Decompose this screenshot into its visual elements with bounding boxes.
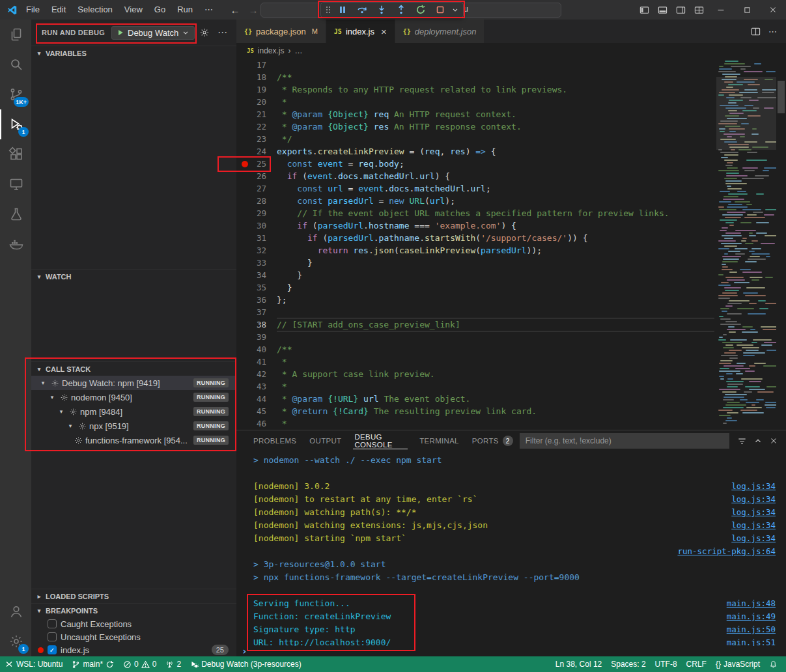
menu-selection[interactable]: Selection bbox=[72, 0, 118, 20]
close-button[interactable] bbox=[760, 0, 786, 20]
line-gutter[interactable]: 42 bbox=[236, 368, 277, 380]
code-line[interactable]: 42 * A support case link preview. bbox=[236, 368, 714, 380]
code-line[interactable]: 17 bbox=[236, 59, 714, 71]
code-line[interactable]: 28 const parsedUrl = new URL(url); bbox=[236, 195, 714, 207]
source-link[interactable]: main.js:50 bbox=[727, 623, 776, 636]
layout-sidebar-right-icon[interactable] bbox=[671, 0, 690, 20]
code-line[interactable]: 36}; bbox=[236, 294, 714, 306]
code-line[interactable]: 34 } bbox=[236, 269, 714, 281]
debug-pause-button[interactable] bbox=[333, 3, 352, 18]
panel-tab-ports[interactable]: PORTS2 bbox=[466, 430, 520, 451]
breakpoints-section-header[interactable]: ▾ BREAKPOINTS bbox=[31, 603, 236, 617]
line-gutter[interactable]: 25 bbox=[236, 158, 277, 170]
activity-search-icon[interactable] bbox=[0, 49, 31, 79]
line-gutter[interactable]: 32 bbox=[236, 244, 277, 257]
breakpoint-checkbox[interactable] bbox=[48, 632, 57, 641]
line-gutter[interactable]: 31 bbox=[236, 232, 277, 244]
layout-panel-icon[interactable] bbox=[653, 0, 671, 20]
code-line[interactable]: 37 bbox=[236, 306, 714, 318]
code-line[interactable]: 31 if (parsedUrl.pathname.startsWith('/s… bbox=[236, 232, 714, 244]
menu-go[interactable]: Go bbox=[148, 0, 171, 20]
maximize-button[interactable] bbox=[734, 0, 760, 20]
layout-custom-icon[interactable] bbox=[690, 0, 708, 20]
line-gutter[interactable]: 23 bbox=[236, 133, 277, 145]
call-stack-session[interactable]: functions-framework [954...RUNNING bbox=[31, 433, 236, 447]
code-line[interactable]: 26 if (event.docs.matchedUrl.url) { bbox=[236, 170, 714, 182]
line-gutter[interactable]: 20 bbox=[236, 96, 277, 108]
code-line[interactable]: 25 const event = req.body; bbox=[236, 158, 714, 170]
line-gutter[interactable]: 26 bbox=[236, 170, 277, 182]
code-line[interactable]: 21 * @param {Object} req An HTTP request… bbox=[236, 108, 714, 120]
status-forwarded-ports[interactable]: 2 bbox=[161, 656, 186, 672]
source-link[interactable]: log.js:34 bbox=[731, 493, 776, 506]
chevron-down-icon[interactable]: ▾ bbox=[38, 380, 48, 386]
status-problems[interactable]: 00 bbox=[119, 656, 161, 672]
nav-forward-button[interactable]: → bbox=[246, 5, 260, 16]
menu-run[interactable]: Run bbox=[171, 0, 199, 20]
breakpoint-checkbox[interactable] bbox=[48, 619, 57, 628]
console-input[interactable]: › bbox=[236, 646, 786, 656]
source-link[interactable]: run-script-pkg.js:64 bbox=[677, 545, 776, 558]
start-debugging-icon[interactable] bbox=[117, 29, 124, 36]
panel-tab-debug-console[interactable]: DEBUG CONSOLE bbox=[348, 430, 413, 451]
menu-file[interactable]: File bbox=[20, 0, 46, 20]
line-gutter[interactable]: 24 bbox=[236, 145, 277, 158]
debug-restart-button[interactable] bbox=[411, 3, 430, 18]
code-line[interactable]: 33 } bbox=[236, 257, 714, 269]
line-gutter[interactable]: 36 bbox=[236, 294, 277, 306]
call-stack-section-header[interactable]: ▾ CALL STACK bbox=[31, 361, 236, 376]
call-stack-session[interactable]: ▾npm [9484]RUNNING bbox=[31, 404, 236, 419]
line-gutter[interactable]: 40 bbox=[236, 343, 277, 356]
activity-settings-icon[interactable]: 1 bbox=[0, 626, 31, 656]
line-gutter[interactable]: 46 bbox=[236, 417, 277, 430]
code-editor[interactable]: 1718/**19 * Responds to any HTTP request… bbox=[236, 59, 714, 430]
status-remote-indicator[interactable]: WSL: Ubuntu bbox=[0, 656, 67, 672]
activity-explorer-icon[interactable] bbox=[0, 20, 31, 49]
breakpoint-item[interactable]: Uncaught Exceptions bbox=[31, 630, 236, 643]
minimize-button[interactable] bbox=[708, 0, 734, 20]
code-line[interactable]: 32 return res.json(caseLinkPreview(parse… bbox=[236, 244, 714, 257]
menu-edit[interactable]: Edit bbox=[46, 0, 72, 20]
scrollbar-thumb[interactable] bbox=[778, 81, 785, 113]
line-gutter[interactable]: 35 bbox=[236, 281, 277, 294]
chevron-down-icon[interactable]: ▾ bbox=[47, 394, 57, 400]
chevron-down-icon[interactable]: ▾ bbox=[56, 408, 66, 415]
breadcrumb[interactable]: JS index.js › … bbox=[236, 43, 786, 59]
nav-back-button[interactable]: ← bbox=[228, 5, 242, 16]
line-gutter[interactable]: 18 bbox=[236, 71, 277, 83]
line-gutter[interactable]: 33 bbox=[236, 257, 277, 269]
console-filter-input[interactable] bbox=[520, 433, 729, 449]
code-line[interactable]: 39 bbox=[236, 331, 714, 343]
debug-stop-button[interactable] bbox=[430, 3, 450, 18]
status-encoding[interactable]: UTF-8 bbox=[651, 656, 682, 672]
chevron-down-icon[interactable]: ▾ bbox=[65, 423, 76, 429]
status-debug-status[interactable]: Debug Watch (3p-resources) bbox=[186, 656, 306, 672]
code-line[interactable]: 29 // If the event object URL matches a … bbox=[236, 207, 714, 219]
activity-extensions-icon[interactable] bbox=[0, 139, 31, 169]
code-line[interactable]: 23 */ bbox=[236, 133, 714, 145]
debug-drag-handle-button[interactable] bbox=[324, 3, 333, 18]
code-line[interactable]: 22 * @param {Object} res An HTTP respons… bbox=[236, 120, 714, 133]
panel-tab-terminal[interactable]: TERMINAL bbox=[413, 430, 466, 451]
code-line[interactable]: 24exports.createLinkPreview = (req, res)… bbox=[236, 145, 714, 158]
variables-section-header[interactable]: ▾ VARIABLES bbox=[31, 46, 236, 60]
launch-config-picker[interactable]: Debug Watch bbox=[111, 26, 195, 40]
gear-icon[interactable] bbox=[199, 27, 210, 38]
tab-index.js[interactable]: JSindex.js× bbox=[326, 20, 395, 43]
status-eol[interactable]: CRLF bbox=[682, 656, 711, 672]
editor-scrollbar[interactable] bbox=[776, 59, 786, 430]
activity-source-control-icon[interactable]: 1K+ bbox=[0, 79, 31, 109]
code-line[interactable]: 46 * bbox=[236, 417, 714, 430]
breakpoint-item[interactable]: Caught Exceptions bbox=[31, 617, 236, 630]
source-link[interactable]: log.js:34 bbox=[731, 506, 776, 519]
code-line[interactable]: 44 * @param {!URL} url The event object. bbox=[236, 393, 714, 405]
split-editor-icon[interactable] bbox=[751, 27, 761, 36]
watch-section-header[interactable]: ▾ WATCH bbox=[31, 269, 236, 283]
line-gutter[interactable]: 22 bbox=[236, 120, 277, 133]
minimap[interactable] bbox=[716, 59, 776, 430]
status-cursor-position[interactable]: Ln 38, Col 12 bbox=[551, 656, 606, 672]
source-link[interactable]: log.js:34 bbox=[731, 519, 776, 532]
breakpoint-item[interactable]: ✓index.js25 bbox=[31, 643, 236, 656]
breakpoint-checkbox[interactable]: ✓ bbox=[48, 645, 57, 654]
line-gutter[interactable]: 28 bbox=[236, 195, 277, 207]
